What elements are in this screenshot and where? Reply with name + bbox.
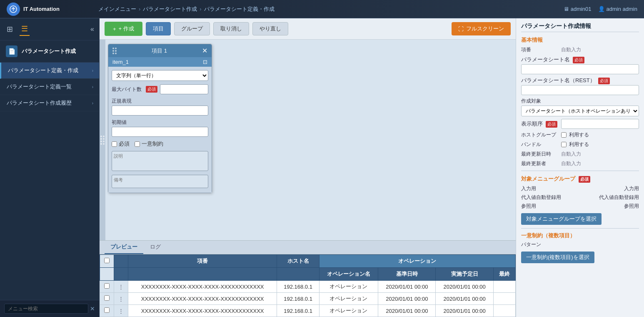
grid-icon-btn[interactable]: ⊞: [5, 23, 15, 35]
regex-label: 正規表現: [112, 98, 208, 105]
reference-value: 参照用: [624, 203, 639, 210]
menu-icon: 📄: [6, 45, 17, 57]
app-logo: IT Automation: [7, 3, 98, 16]
admin-label: admin admin: [607, 6, 637, 12]
row2-scheduled: 2020/01/01 00:00: [436, 305, 493, 317]
create-button[interactable]: + + 作成: [105, 22, 142, 36]
pattern-row: パターン: [521, 241, 639, 248]
preview-table-wrapper: 項番 ホスト名 オペレーション オペレーション名 基準日時: [100, 254, 516, 317]
item-card-header: 項目 1 ✕: [108, 44, 212, 57]
row2-check[interactable]: [104, 307, 110, 313]
create-target-select[interactable]: パラメータシート（ホストオペレーションあり） パラメータシート（ホストのみ） デ…: [521, 106, 639, 116]
row0-dots[interactable]: ⋮: [114, 281, 128, 293]
bundle-checkbox[interactable]: [561, 142, 567, 147]
note-textarea[interactable]: [112, 175, 208, 188]
item-no-row: 項番 自動入力: [521, 46, 639, 53]
display-order-input[interactable]: [561, 119, 639, 129]
display-order-required: 必須: [546, 121, 557, 128]
admin01-user[interactable]: 🖥 admin01: [564, 6, 592, 12]
plus-icon: +: [113, 26, 116, 32]
tab-item-label: 項目: [153, 25, 164, 32]
tab-group-button[interactable]: グループ: [174, 22, 210, 35]
unique-checkbox-item: 一意制約: [135, 140, 163, 148]
sidebar-search-clear[interactable]: ✕: [90, 305, 95, 312]
item-drag-handle[interactable]: [112, 48, 117, 54]
redo-label: やり直し: [260, 25, 281, 32]
canvas-area: 項目 1 ✕ item_1 ⊡ 文字列（単一行） 文字列（複数行）: [100, 40, 516, 240]
cancel-button[interactable]: 取り消し: [213, 22, 249, 35]
sheet-name-rest-required: 必須: [598, 78, 610, 84]
col-itemno-header: 項番: [128, 255, 277, 268]
col-operation-group-header: オペレーション: [319, 255, 515, 268]
initial-value-input[interactable]: [112, 127, 208, 137]
input-group-value: 入力用: [624, 185, 639, 192]
item-card-close-button[interactable]: ✕: [202, 47, 207, 55]
sheet-name-input[interactable]: [521, 64, 639, 74]
tab-item-button[interactable]: 項目: [146, 22, 171, 35]
list-icon-btn[interactable]: ☰: [20, 23, 30, 36]
sheet-name-rest-block: パラメータシート名（REST） 必須: [521, 77, 639, 95]
row2-dots[interactable]: ⋮: [114, 305, 128, 317]
row1-operation: オペレーション: [319, 293, 378, 305]
row1-check[interactable]: [104, 295, 110, 301]
row2-checkbox: [100, 305, 114, 317]
preview-area: プレビュー ログ 項番 ホスト名: [100, 240, 516, 317]
sidebar-search-row: ✕: [0, 300, 99, 317]
max-bytes-label: 最大バイト数: [112, 86, 142, 93]
sidebar-search-input[interactable]: [4, 304, 88, 314]
sidebar-item-define-create[interactable]: パラメータシート定義・作成 ›: [0, 63, 99, 79]
row2-operation: オペレーション: [319, 305, 378, 317]
col-checkbox-header: [100, 255, 114, 268]
redo-button[interactable]: やり直し: [252, 22, 288, 35]
fullscreen-icon: ⛶: [458, 26, 464, 32]
fullscreen-button[interactable]: ⛶ フルスクリーン: [452, 22, 511, 35]
last-updated-row: 最終更新日時 自動入力: [521, 151, 639, 158]
sheet-name-rest-input[interactable]: [521, 85, 639, 95]
collapse-sidebar-btn[interactable]: «: [90, 25, 94, 33]
drag-dots-bar: [100, 136, 105, 145]
tab-preview-label: プレビュー: [110, 244, 137, 250]
select-all-checkbox[interactable]: [104, 258, 110, 263]
fullscreen-label: フルスクリーン: [466, 25, 504, 33]
breadcrumb-item-1[interactable]: メインメニュー: [98, 5, 136, 13]
row2-host: 192.168.0.1: [277, 305, 319, 317]
unique-select-button[interactable]: 一意制約(複数項目)を選択: [521, 252, 594, 263]
tab-log[interactable]: ログ: [144, 241, 167, 254]
unique-checkbox-label: 一意制約: [142, 140, 163, 148]
regex-input[interactable]: [112, 106, 208, 116]
breadcrumb-sep-1: ›: [139, 6, 140, 12]
sidebar-item-history-label: パラメータシート作成履歴: [7, 99, 72, 107]
select-menu-group-button[interactable]: 対象メニューグループを選択: [521, 213, 602, 225]
unique-checkbox[interactable]: [135, 141, 140, 147]
row0-operation: オペレーション: [319, 281, 378, 293]
max-bytes-input[interactable]: [160, 84, 208, 94]
tab-preview[interactable]: プレビュー: [105, 241, 143, 254]
type-select[interactable]: 文字列（単一行） 文字列（複数行） 整数 小数: [112, 70, 208, 81]
row1-dots[interactable]: ⋮: [114, 293, 128, 305]
sidebar-item-define-list[interactable]: パラメータシート定義一覧 ›: [0, 79, 99, 95]
required-checkbox[interactable]: [112, 141, 117, 147]
description-textarea[interactable]: [112, 151, 208, 171]
preview-tabs: プレビュー ログ: [100, 241, 516, 254]
col-host-header-2: [277, 268, 319, 281]
bundle-use-label: 利用する: [569, 141, 589, 148]
row1-last: [493, 293, 515, 305]
initial-value-row: 初期値: [112, 119, 208, 137]
sidebar-icon-bar: ⊞ ☰ «: [0, 18, 99, 40]
editor-area: 項目 1 ✕ item_1 ⊡ 文字列（単一行） 文字列（複数行）: [100, 40, 516, 240]
row0-checkbox: [100, 281, 114, 293]
app-title: IT Automation: [23, 6, 60, 12]
breadcrumb-item-2[interactable]: パラメータシート作成: [143, 5, 197, 13]
admin01-label: admin01: [571, 6, 592, 12]
row0-check[interactable]: [104, 283, 110, 289]
row0-host: 192.168.0.1: [277, 281, 319, 293]
monitor-icon: 🖥: [564, 6, 569, 12]
admin-user[interactable]: 👤 admin admin: [598, 6, 637, 12]
sidebar-item-history[interactable]: パラメータシート作成履歴 ›: [0, 95, 99, 111]
last-updated-value: 自動入力: [561, 151, 581, 158]
header-user-area: 🖥 admin01 👤 admin admin: [564, 6, 637, 12]
item-no-label: 項番: [521, 46, 559, 53]
auto-register-label: 代入値自動登録用: [521, 194, 561, 201]
host-group-checkbox[interactable]: [561, 132, 567, 138]
tab-log-label: ログ: [150, 244, 161, 250]
